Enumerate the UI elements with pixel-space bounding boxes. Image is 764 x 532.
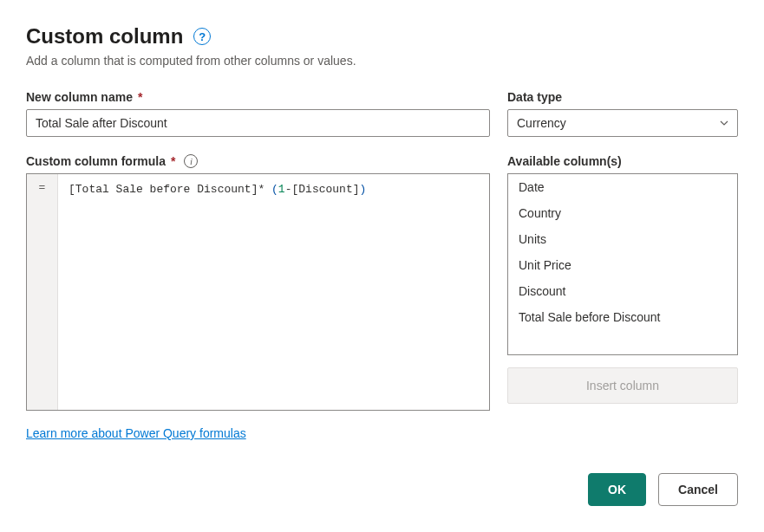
- formula-gutter: =: [27, 174, 58, 410]
- cancel-button[interactable]: Cancel: [658, 473, 738, 506]
- ok-button[interactable]: OK: [588, 473, 646, 506]
- formula-text[interactable]: [Total Sale before Discount]* (1-[Discou…: [58, 174, 489, 410]
- info-icon[interactable]: i: [184, 154, 198, 168]
- help-icon[interactable]: ?: [193, 28, 211, 45]
- list-item[interactable]: Unit Price: [508, 252, 737, 278]
- available-columns-list[interactable]: DateCountryUnitsUnit PriceDiscountTotal …: [507, 173, 738, 355]
- page-subtitle: Add a column that is computed from other…: [26, 54, 738, 68]
- available-columns-label: Available column(s): [507, 154, 738, 168]
- list-item[interactable]: Discount: [508, 278, 737, 304]
- list-item[interactable]: Units: [508, 226, 737, 252]
- column-name-label: New column name*: [26, 90, 490, 104]
- formula-label: Custom column formula* i: [26, 154, 490, 168]
- data-type-select[interactable]: Currency: [507, 109, 738, 137]
- column-name-input[interactable]: [26, 109, 490, 137]
- formula-editor[interactable]: = [Total Sale before Discount]* (1-[Disc…: [26, 173, 490, 411]
- list-item[interactable]: Total Sale before Discount: [508, 304, 737, 330]
- insert-column-button[interactable]: Insert column: [507, 367, 738, 404]
- list-item[interactable]: Date: [508, 174, 737, 200]
- learn-more-link[interactable]: Learn more about Power Query formulas: [26, 426, 490, 440]
- page-title: Custom column: [26, 24, 183, 49]
- list-item[interactable]: Country: [508, 200, 737, 226]
- data-type-label: Data type: [507, 90, 738, 104]
